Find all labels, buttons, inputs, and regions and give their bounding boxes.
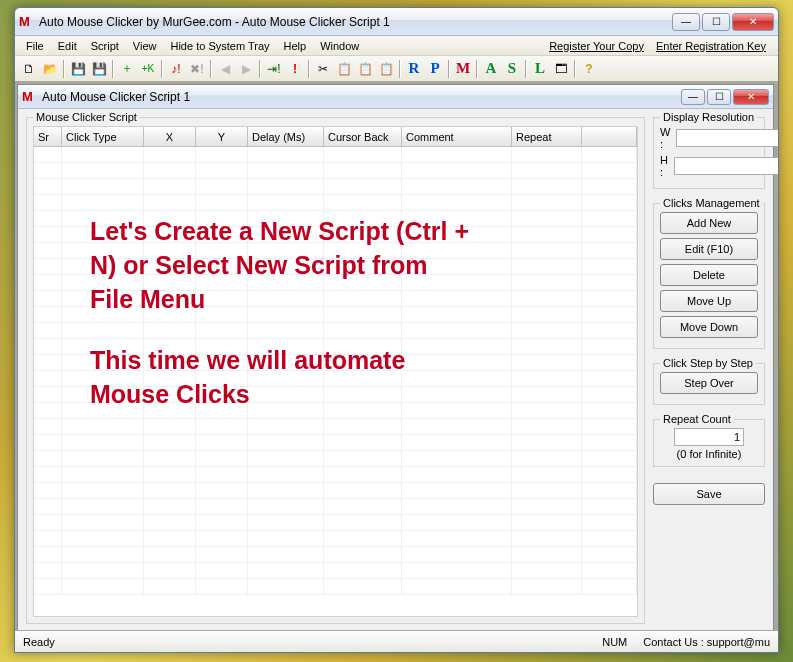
menu-edit[interactable]: Edit xyxy=(51,38,84,54)
main-window: M Auto Mouse Clicker by MurGee.com - Aut… xyxy=(14,7,779,653)
table-row[interactable] xyxy=(34,515,637,531)
enter-key-link[interactable]: Enter Registration Key xyxy=(656,40,766,52)
close-button[interactable]: ✕ xyxy=(732,13,774,31)
clicks-mgmt-title: Clicks Management xyxy=(660,197,763,209)
table-row[interactable] xyxy=(34,579,637,595)
script-table[interactable]: Sr Click Type X Y Delay (Ms) Cursor Back… xyxy=(33,126,638,617)
overlay-line2: This time we will automate Mouse Clicks xyxy=(90,344,470,412)
child-window: M Auto Mouse Clicker Script 1 — ☐ ✕ Mous… xyxy=(17,84,774,630)
maximize-button[interactable]: ☐ xyxy=(702,13,730,31)
table-row[interactable] xyxy=(34,179,637,195)
statusbar: Ready NUM Contact Us : support@mu xyxy=(15,630,778,652)
height-input[interactable] xyxy=(674,157,778,175)
window-controls: — ☐ ✕ xyxy=(672,13,774,31)
edit-icon[interactable]: ♪! xyxy=(166,59,186,79)
r-button[interactable]: R xyxy=(404,59,424,79)
table-row[interactable] xyxy=(34,531,637,547)
table-row[interactable] xyxy=(34,451,637,467)
status-contact: Contact Us : support@mu xyxy=(643,636,770,648)
app-icon: M xyxy=(19,14,35,30)
repeat-input[interactable] xyxy=(674,428,744,446)
move-up-button[interactable]: Move Up xyxy=(660,290,758,312)
width-label: W : xyxy=(660,126,670,150)
col-cursor-back[interactable]: Cursor Back xyxy=(324,127,402,146)
table-row[interactable] xyxy=(34,499,637,515)
repeat-count-group: Repeat Count (0 for Infinite) xyxy=(653,419,765,467)
save-button[interactable]: Save xyxy=(653,483,765,505)
a-button[interactable]: A xyxy=(481,59,501,79)
col-sr[interactable]: Sr xyxy=(34,127,62,146)
add-icon[interactable]: ＋ xyxy=(117,59,137,79)
minimize-button[interactable]: — xyxy=(672,13,700,31)
paste2-icon[interactable]: 📋 xyxy=(376,59,396,79)
open-icon[interactable]: 📂 xyxy=(40,59,60,79)
child-titlebar[interactable]: M Auto Mouse Clicker Script 1 — ☐ ✕ xyxy=(18,85,773,109)
table-row[interactable] xyxy=(34,195,637,211)
child-title: Auto Mouse Clicker Script 1 xyxy=(42,90,681,104)
table-row[interactable] xyxy=(34,419,637,435)
titlebar[interactable]: M Auto Mouse Clicker by MurGee.com - Aut… xyxy=(15,8,778,36)
child-maximize-button[interactable]: ☐ xyxy=(707,89,731,105)
copy-icon[interactable]: 📋 xyxy=(334,59,354,79)
click-step-group: Click Step by Step Step Over xyxy=(653,363,765,405)
move-down-button[interactable]: Move Down xyxy=(660,316,758,338)
col-empty xyxy=(582,127,637,146)
col-comment[interactable]: Comment xyxy=(402,127,512,146)
help-icon[interactable]: ? xyxy=(579,59,599,79)
table-row[interactable] xyxy=(34,563,637,579)
table-row[interactable] xyxy=(34,163,637,179)
right-panel: Display Resolution W : H : Clicks Manage… xyxy=(653,117,765,630)
child-close-button[interactable]: ✕ xyxy=(733,89,769,105)
status-num: NUM xyxy=(602,636,627,648)
menu-script[interactable]: Script xyxy=(84,38,126,54)
repeat-hint: (0 for Infinite) xyxy=(660,448,758,460)
child-minimize-button[interactable]: — xyxy=(681,89,705,105)
save-all-icon[interactable]: 💾 xyxy=(89,59,109,79)
new-icon[interactable]: 🗋 xyxy=(19,59,39,79)
clicks-management-group: Clicks Management Add New Edit (F10) Del… xyxy=(653,203,765,349)
register-link[interactable]: Register Your Copy xyxy=(549,40,644,52)
stop-icon[interactable]: ! xyxy=(285,59,305,79)
table-row[interactable] xyxy=(34,467,637,483)
prev-icon[interactable]: ◀ xyxy=(215,59,235,79)
add-key-icon[interactable]: +K xyxy=(138,59,158,79)
menu-window[interactable]: Window xyxy=(313,38,366,54)
menu-file[interactable]: File xyxy=(19,38,51,54)
menu-view[interactable]: View xyxy=(126,38,164,54)
height-label: H : xyxy=(660,154,668,178)
delete-icon[interactable]: ✖! xyxy=(187,59,207,79)
col-x[interactable]: X xyxy=(144,127,196,146)
col-click-type[interactable]: Click Type xyxy=(62,127,144,146)
menu-help[interactable]: Help xyxy=(277,38,314,54)
col-y[interactable]: Y xyxy=(196,127,248,146)
step-over-button[interactable]: Step Over xyxy=(660,372,758,394)
col-delay[interactable]: Delay (Ms) xyxy=(248,127,324,146)
paste-icon[interactable]: 📋 xyxy=(355,59,375,79)
table-row[interactable] xyxy=(34,547,637,563)
next-icon[interactable]: ▶ xyxy=(236,59,256,79)
delete-button[interactable]: Delete xyxy=(660,264,758,286)
l-button[interactable]: L xyxy=(530,59,550,79)
script-groupbox: Mouse Clicker Script Sr Click Type X Y D… xyxy=(26,117,645,624)
add-new-button[interactable]: Add New xyxy=(660,212,758,234)
run-icon[interactable]: ⇥! xyxy=(264,59,284,79)
cut-icon[interactable]: ✂ xyxy=(313,59,333,79)
m-button[interactable]: M xyxy=(453,59,473,79)
col-repeat[interactable]: Repeat xyxy=(512,127,582,146)
display-res-title: Display Resolution xyxy=(660,111,757,123)
child-app-icon: M xyxy=(22,89,38,105)
p-button[interactable]: P xyxy=(425,59,445,79)
table-row[interactable] xyxy=(34,483,637,499)
width-input[interactable] xyxy=(676,129,778,147)
save-icon[interactable]: 💾 xyxy=(68,59,88,79)
table-row[interactable] xyxy=(34,435,637,451)
script-group-title: Mouse Clicker Script xyxy=(33,111,140,123)
window-icon[interactable]: 🗔 xyxy=(551,59,571,79)
table-row[interactable] xyxy=(34,147,637,163)
edit-button[interactable]: Edit (F10) xyxy=(660,238,758,260)
menu-hide-tray[interactable]: Hide to System Tray xyxy=(163,38,276,54)
display-resolution-group: Display Resolution W : H : xyxy=(653,117,765,189)
repeat-title: Repeat Count xyxy=(660,413,734,425)
s-button[interactable]: S xyxy=(502,59,522,79)
window-title: Auto Mouse Clicker by MurGee.com - Auto … xyxy=(39,15,672,29)
